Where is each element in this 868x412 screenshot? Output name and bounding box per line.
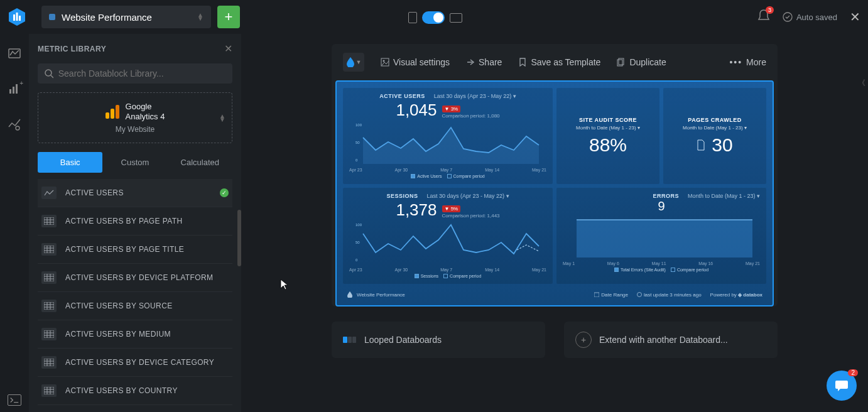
autosave-indicator: Auto saved <box>783 12 837 22</box>
svg-rect-1 <box>13 14 15 21</box>
search-input[interactable] <box>58 68 226 79</box>
save-template-button[interactable]: Save as Template <box>518 57 600 67</box>
databoard-toolbar: ▼ Visual settings Share Save as Template… <box>332 53 778 80</box>
metric-item[interactable]: ACTIVE USERS BY COUNTRY <box>38 377 232 405</box>
svg-rect-17 <box>44 246 54 253</box>
svg-rect-12 <box>44 217 54 225</box>
device-switch[interactable] <box>422 11 445 24</box>
widget-site-audit[interactable]: SITE AUDIT SCORE Month to Date (May 1 - … <box>556 88 659 184</box>
dashboard-dropdown[interactable]: Website Performance ▲▼ <box>41 6 211 28</box>
bookmark-icon <box>518 58 527 67</box>
metric-label: ACTIVE USERS BY DEVICE PLATFORM <box>65 273 213 282</box>
right-top-row: SITE AUDIT SCORE Month to Date (May 1 - … <box>556 88 766 184</box>
bottom-actions: Looped Databoards + Extend with another … <box>332 322 778 358</box>
looped-databoards-button[interactable]: Looped Databoards <box>332 322 545 358</box>
visual-settings-button[interactable]: Visual settings <box>381 57 450 67</box>
metric-label: ACTIVE USERS BY DEVICE CATEGORY <box>65 358 214 367</box>
canvas: 《 ▼ Visual settings Share Save as Templa… <box>241 34 868 412</box>
svg-point-59 <box>637 293 641 297</box>
metric-item[interactable]: ACTIVE USERS BY SOURCE <box>38 292 232 320</box>
metric-label: ACTIVE USERS BY COUNTRY <box>65 386 178 395</box>
chevron-down-icon: ▾ <box>637 125 640 131</box>
svg-text:50: 50 <box>355 141 360 144</box>
svg-text:100: 100 <box>355 123 362 127</box>
metric-label: ACTIVE USERS <box>65 188 124 197</box>
svg-rect-60 <box>343 337 347 343</box>
chevron-down-icon: ▾ <box>513 93 516 99</box>
loop-icon <box>343 335 357 344</box>
plus-circle-icon: + <box>575 332 592 348</box>
svg-rect-62 <box>352 337 356 343</box>
table-icon <box>41 384 57 397</box>
dashboard-title: Website Performance <box>62 12 197 23</box>
svg-rect-32 <box>44 330 54 338</box>
more-button[interactable]: •••More <box>729 57 766 67</box>
console-icon[interactable] <box>8 394 21 406</box>
svg-text:0: 0 <box>355 158 358 162</box>
notifications-button[interactable]: 3 <box>757 9 770 25</box>
drop-icon <box>347 291 353 298</box>
sessions-chart: 100500 <box>349 220 546 264</box>
widget-sessions[interactable]: SESSIONS Last 30 days (Apr 23 - May 22) … <box>343 188 553 284</box>
collapse-arrow-icon[interactable]: 《 <box>858 78 865 89</box>
svg-text:100: 100 <box>355 223 362 227</box>
metric-label: ACTIVE USERS BY MEDIUM <box>65 330 171 339</box>
metric-item[interactable]: ACTIVE USERS BY DEVICE PLATFORM <box>38 264 232 292</box>
nav-goals-icon[interactable] <box>8 117 21 131</box>
svg-rect-27 <box>44 302 54 310</box>
copy-icon <box>617 58 626 67</box>
active-users-chart: 100500 <box>349 120 546 164</box>
databoard-preview[interactable]: ACTIVE USERS Last 30 days (Apr 23 - May … <box>335 80 774 306</box>
datasource-card[interactable]: Google Analytics 4 My Website ▲▼ <box>38 92 232 143</box>
table-icon <box>41 300 57 312</box>
metric-item[interactable]: ACTIVE USERS BY DEVICE CATEGORY <box>38 349 232 377</box>
metric-item[interactable]: ACTIVE USERS BY PAGE PATH <box>38 207 232 236</box>
tab-basic[interactable]: Basic <box>38 152 102 173</box>
panel-close-button[interactable]: ✕ <box>224 43 232 55</box>
tab-calculated[interactable]: Calculated <box>168 152 232 173</box>
metric-item[interactable]: ACTIVE USERS✓ <box>38 179 232 207</box>
datasource-account: My Website <box>45 125 225 134</box>
share-button[interactable]: Share <box>466 57 502 67</box>
table-icon <box>41 215 57 227</box>
svg-rect-37 <box>44 359 54 366</box>
extend-databoard-button[interactable]: + Extend with another Databoard... <box>564 322 778 358</box>
metric-tabs: Basic Custom Calculated <box>38 152 232 173</box>
svg-point-9 <box>16 126 19 130</box>
chat-icon <box>834 378 849 393</box>
metric-item[interactable]: ACTIVE USERS BY PAGE TITLE <box>38 236 232 264</box>
device-toggle <box>408 11 462 24</box>
line-chart-icon <box>41 187 57 199</box>
widget-active-users[interactable]: ACTIVE USERS Last 30 days (Apr 23 - May … <box>343 88 553 184</box>
nav-dashboards-icon[interactable] <box>8 46 21 60</box>
search-box[interactable] <box>38 63 232 84</box>
chevron-updown-icon: ▲▼ <box>197 13 203 21</box>
clock-icon <box>637 292 642 297</box>
svg-rect-42 <box>44 387 54 394</box>
theme-dropdown[interactable]: ▼ <box>343 53 364 72</box>
errors-chart <box>563 214 760 258</box>
left-nav: + <box>0 34 29 412</box>
metric-library-panel: METRIC LIBRARY ✕ Google Analytics 4 My W… <box>29 34 241 412</box>
close-button[interactable]: ✕ <box>850 9 860 24</box>
topbar: Website Performance ▲▼ + 3 Auto saved ✕ <box>0 0 868 34</box>
duplicate-button[interactable]: Duplicate <box>617 57 666 67</box>
nav-metrics-icon[interactable]: + <box>8 82 21 95</box>
desktop-icon[interactable] <box>450 13 462 23</box>
svg-rect-61 <box>348 337 352 343</box>
panel-title: METRIC LIBRARY <box>38 45 106 53</box>
svg-rect-3 <box>19 16 21 21</box>
mobile-icon[interactable] <box>408 12 417 23</box>
share-icon <box>466 58 475 67</box>
databoard-footer: Website Performance Date Range last upda… <box>343 288 766 299</box>
chat-fab[interactable]: 2 <box>827 371 857 401</box>
metric-label: ACTIVE USERS BY PAGE TITLE <box>65 245 184 254</box>
svg-text:0: 0 <box>355 258 358 262</box>
svg-rect-58 <box>594 293 599 297</box>
metric-item[interactable]: ACTIVE USERS BY MEDIUM <box>38 320 232 349</box>
widget-pages-crawled[interactable]: PAGES CRAWLED Month to Date (May 1 - 23)… <box>663 88 766 184</box>
svg-point-48 <box>383 60 385 62</box>
tab-custom[interactable]: Custom <box>102 152 167 173</box>
add-button[interactable]: + <box>217 6 240 28</box>
widget-errors[interactable]: ERRORS Month to Date (May 1 - 23) ▾ 9 Ma… <box>556 188 766 284</box>
